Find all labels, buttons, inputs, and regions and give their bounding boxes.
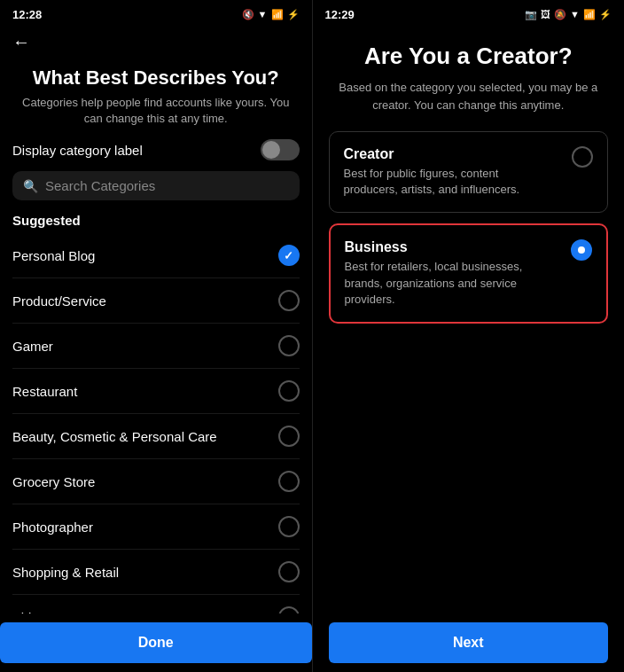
category-item-photographer[interactable]: Photographer: [12, 504, 300, 550]
radio-restaurant: [278, 380, 300, 402]
wifi-icon-r: ▼: [570, 9, 580, 20]
radio-shopping: [278, 561, 300, 582]
next-button[interactable]: Next: [329, 622, 609, 663]
radio-beauty: [278, 426, 300, 447]
radio-product-service: [278, 290, 300, 311]
toggle-label: Display category label: [12, 143, 143, 158]
display-category-toggle[interactable]: [261, 139, 300, 160]
search-bar[interactable]: 🔍 Search Categories: [12, 171, 300, 200]
left-title: What Best Describes You?: [12, 66, 300, 90]
category-item-beauty[interactable]: Beauty, Cosmetic & Personal Care: [12, 414, 300, 459]
category-label-4: Beauty, Cosmetic & Personal Care: [12, 429, 217, 444]
category-item-shopping[interactable]: Shopping & Retail: [12, 550, 300, 595]
category-label-2: Gamer: [12, 339, 53, 354]
radio-gamer: [278, 335, 300, 356]
radio-business-inner: [578, 246, 585, 254]
mute-icon: 🔇: [242, 9, 254, 20]
radio-photographer: [278, 516, 300, 537]
right-content: Are You a Creator? Based on the category…: [313, 25, 625, 613]
instagram-icon: 📷: [525, 9, 537, 20]
category-label-8: Video Creator: [12, 610, 94, 613]
category-item-grocery[interactable]: Grocery Store: [12, 459, 300, 504]
right-title: Are You a Creator?: [329, 43, 609, 70]
status-icons-right: 📷 🖼 🔕 ▼ 📶 ⚡: [525, 9, 612, 20]
left-content: ← What Best Describes You? Categories he…: [0, 25, 312, 613]
category-label-1: Product/Service: [12, 293, 106, 309]
signal-icon-r: 📶: [583, 9, 596, 20]
business-card[interactable]: Business Best for retailers, local busin…: [329, 223, 609, 324]
battery-icon-r: ⚡: [599, 9, 612, 20]
time-right: 12:29: [325, 8, 355, 21]
category-label-0: Personal Blog: [12, 248, 95, 263]
category-label-7: Shopping & Retail: [12, 565, 119, 580]
suggested-label: Suggested: [12, 213, 300, 228]
back-button[interactable]: ←: [12, 25, 41, 59]
business-card-text: Business Best for retailers, local busin…: [345, 239, 540, 308]
wifi-icon: ▼: [258, 9, 268, 20]
category-label-6: Photographer: [12, 520, 93, 535]
toggle-knob: [262, 141, 280, 159]
creator-card[interactable]: Creator Best for public figures, content…: [329, 131, 609, 213]
category-item-video[interactable]: Video Creator: [12, 595, 300, 613]
toggle-row: Display category label: [12, 139, 300, 160]
creator-card-desc: Best for public figures, content produce…: [344, 166, 539, 198]
category-item-product-service[interactable]: Product/Service: [12, 278, 300, 324]
category-label-5: Grocery Store: [12, 474, 95, 489]
creator-card-text: Creator Best for public figures, content…: [344, 146, 539, 198]
radio-grocery: [278, 471, 300, 492]
left-screen: 12:28 🔇 ▼ 📶 ⚡ ← What Best Describes You?…: [0, 0, 313, 672]
search-placeholder-text: Search Categories: [45, 178, 155, 193]
business-card-desc: Best for retailers, local businesses, br…: [345, 259, 540, 308]
done-button[interactable]: Done: [0, 622, 312, 663]
mute-icon-r: 🔕: [554, 9, 566, 20]
category-item-personal-blog[interactable]: Personal Blog ✓: [12, 233, 300, 278]
category-list: Personal Blog ✓ Product/Service Gamer Re…: [12, 233, 300, 613]
status-bar-left: 12:28 🔇 ▼ 📶 ⚡: [0, 0, 312, 25]
right-screen: 12:29 📷 🖼 🔕 ▼ 📶 ⚡ Are You a Creator? Bas…: [313, 0, 625, 672]
category-item-restaurant[interactable]: Restaurant: [12, 369, 300, 414]
left-subtitle: Categories help people find accounts lik…: [12, 95, 300, 127]
category-item-gamer[interactable]: Gamer: [12, 324, 300, 369]
status-bar-right: 12:29 📷 🖼 🔕 ▼ 📶 ⚡: [313, 0, 625, 25]
creator-card-title: Creator: [344, 146, 539, 162]
search-icon: 🔍: [23, 179, 38, 193]
image-icon: 🖼: [541, 9, 550, 20]
radio-personal-blog: ✓: [278, 245, 300, 266]
radio-business: [571, 239, 592, 261]
time-left: 12:28: [12, 8, 42, 21]
business-card-title: Business: [345, 239, 540, 255]
radio-creator: [572, 146, 593, 168]
category-label-3: Restaurant: [12, 384, 77, 399]
right-subtitle: Based on the category you selected, you …: [329, 79, 609, 113]
radio-video: [278, 606, 300, 613]
status-icons-left: 🔇 ▼ 📶 ⚡: [242, 9, 300, 20]
signal-icon: 📶: [271, 9, 284, 20]
battery-icon: ⚡: [287, 9, 300, 20]
